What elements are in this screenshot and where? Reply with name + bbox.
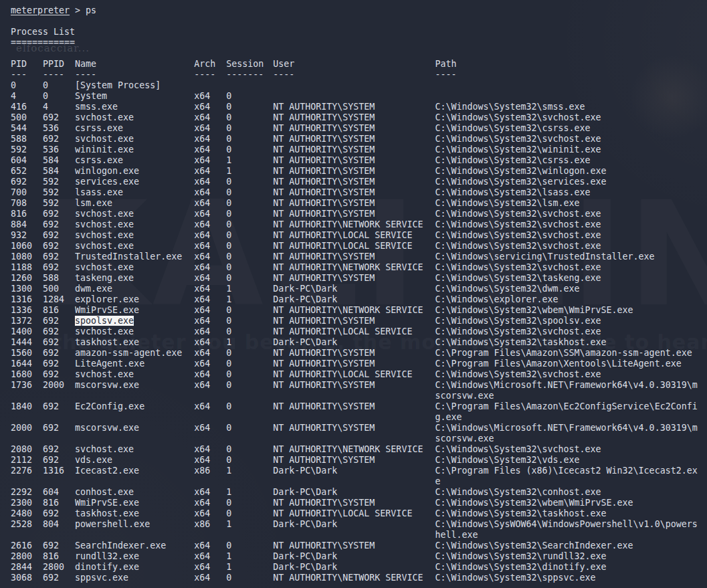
process-row-arch: x64 bbox=[194, 198, 226, 209]
process-row-ppid: 692 bbox=[43, 209, 75, 219]
process-row-name: svchost.exe bbox=[75, 134, 194, 144]
process-row-ppid: 692 bbox=[43, 541, 75, 551]
process-row-name: SearchIndexer.exe bbox=[75, 541, 194, 551]
process-row-pid: 1336 bbox=[11, 305, 43, 316]
process-row-session: 1 bbox=[226, 166, 273, 177]
process-row-name: svchost.exe bbox=[75, 112, 194, 123]
process-row-user: NT AUTHORITY\SYSTEM bbox=[273, 252, 435, 262]
process-row-user: Dark-PC\Dark bbox=[273, 519, 435, 530]
process-row-path: C:\Windows\System32\sppsvc.exe bbox=[435, 573, 700, 583]
process-row-name: svchost.exe bbox=[75, 326, 194, 337]
table-header-row-path: Path bbox=[435, 59, 700, 70]
process-row-ppid: 692 bbox=[43, 359, 75, 369]
process-row-user: NT AUTHORITY\NETWORK SERVICE bbox=[273, 219, 435, 230]
process-row-name: svchost.exe bbox=[75, 230, 194, 241]
process-row-name: winlogon.exe bbox=[75, 166, 194, 177]
process-row-session: 0 bbox=[226, 444, 273, 455]
process-row-pid: 1680 bbox=[11, 369, 43, 380]
process-row-name: svchost.exe bbox=[75, 241, 194, 252]
process-row-ppid: 4 bbox=[43, 102, 75, 112]
process-row-user: NT AUTHORITY\NETWORK SERVICE bbox=[273, 262, 435, 273]
process-row-pid: 1300 bbox=[11, 284, 43, 294]
process-row-ppid: 692 bbox=[43, 444, 75, 455]
process-row: 544536csrss.exex640NT AUTHORITY\SYSTEMC:… bbox=[11, 123, 707, 134]
process-row-name: svchost.exe bbox=[75, 262, 194, 273]
process-row-session: 1 bbox=[226, 337, 273, 348]
process-row-name: taskeng.exe bbox=[75, 273, 194, 284]
process-row-pid: 3068 bbox=[11, 573, 43, 583]
meterpreter-terminal[interactable]: meterpreter > ps Process List ==========… bbox=[0, 0, 707, 588]
process-row-session: 1 bbox=[226, 284, 273, 294]
process-row: 816692svchost.exex640NT AUTHORITY\SYSTEM… bbox=[11, 209, 707, 219]
process-row-ppid: 692 bbox=[43, 423, 75, 433]
process-row-name: Ec2Config.exe bbox=[75, 401, 194, 412]
process-row-path: C:\Windows\System32\services.exe bbox=[435, 177, 700, 187]
process-row-session: 0 bbox=[226, 91, 273, 102]
process-row-user: NT AUTHORITY\SYSTEM bbox=[273, 166, 435, 177]
process-row: 604584csrss.exex641NT AUTHORITY\SYSTEMC:… bbox=[11, 155, 707, 166]
process-row-ppid: 692 bbox=[43, 316, 75, 326]
process-row-session: 0 bbox=[226, 241, 273, 252]
process-row: 700592lsass.exex640NT AUTHORITY\SYSTEMC:… bbox=[11, 187, 707, 198]
process-row: 1080692TrustedInstaller.exex640NT AUTHOR… bbox=[11, 252, 707, 262]
process-row-pid: 0 bbox=[11, 80, 43, 91]
process-row-ppid: 0 bbox=[43, 80, 75, 91]
process-row-session: 0 bbox=[226, 401, 273, 412]
process-row-arch: x64 bbox=[194, 209, 226, 219]
process-row-name: WmiPrvSE.exe bbox=[75, 498, 194, 508]
process-row-ppid: 536 bbox=[43, 144, 75, 155]
process-row-session: 0 bbox=[226, 134, 273, 144]
process-row-session: 1 bbox=[226, 466, 273, 476]
process-row-arch: x64 bbox=[194, 305, 226, 316]
process-row-arch: x64 bbox=[194, 348, 226, 359]
process-row-pid: 1400 bbox=[11, 326, 43, 337]
process-row-pid: 1444 bbox=[11, 337, 43, 348]
process-row-session: 0 bbox=[226, 273, 273, 284]
process-row-user: NT AUTHORITY\SYSTEM bbox=[273, 155, 435, 166]
process-row-user: NT AUTHORITY\SYSTEM bbox=[273, 401, 435, 412]
process-row-ppid: 692 bbox=[43, 369, 75, 380]
process-row-name: vds.exe bbox=[75, 455, 194, 466]
process-row-pid: 592 bbox=[11, 144, 43, 155]
process-row-user: NT AUTHORITY\SYSTEM bbox=[273, 187, 435, 198]
process-row-user: NT AUTHORITY\SYSTEM bbox=[273, 316, 435, 326]
process-row-ppid: 804 bbox=[43, 519, 75, 530]
process-row-session: 0 bbox=[226, 508, 273, 519]
process-row-pid: 4 bbox=[11, 91, 43, 102]
process-row-pid: 1736 bbox=[11, 380, 43, 391]
process-row-path: C:\Windows\System32\wbem\WmiPrvSE.exe bbox=[435, 498, 700, 508]
process-row-arch: x64 bbox=[194, 102, 226, 112]
process-row-ppid: 592 bbox=[43, 198, 75, 209]
process-row-arch: x64 bbox=[194, 498, 226, 508]
process-row-ppid: 592 bbox=[43, 177, 75, 187]
process-row-arch: x64 bbox=[194, 401, 226, 412]
process-row: 1840692Ec2Config.exex640NT AUTHORITY\SYS… bbox=[11, 401, 707, 423]
process-row-path: C:\Windows\System32\svchost.exe bbox=[435, 262, 700, 273]
process-row-session: 0 bbox=[226, 102, 273, 112]
process-row-user: NT AUTHORITY\SYSTEM bbox=[273, 177, 435, 187]
process-row-user: NT AUTHORITY\SYSTEM bbox=[273, 123, 435, 134]
process-row-arch: x64 bbox=[194, 155, 226, 166]
process-row-name: rundll32.exe bbox=[75, 551, 194, 562]
table-header-underline-row: ------------------------------ bbox=[11, 70, 707, 80]
process-row-ppid: 584 bbox=[43, 166, 75, 177]
process-row-session: 0 bbox=[226, 380, 273, 391]
process-row-path: C:\Windows\System32\smss.exe bbox=[435, 102, 700, 112]
process-row-name: services.exe bbox=[75, 177, 194, 187]
process-row-pid: 2800 bbox=[11, 551, 43, 562]
process-row-session: 0 bbox=[226, 369, 273, 380]
section-title-underline: ============ bbox=[11, 37, 707, 48]
process-row: 592536wininit.exex640NT AUTHORITY\SYSTEM… bbox=[11, 144, 707, 155]
process-row-arch: x64 bbox=[194, 573, 226, 583]
process-row-name: mscorsvw.exe bbox=[75, 423, 194, 433]
process-row-arch: x64 bbox=[194, 144, 226, 155]
process-row-path: C:\Windows\servicing\TrustedInstaller.ex… bbox=[435, 252, 700, 262]
process-row-pid: 700 bbox=[11, 187, 43, 198]
process-row-arch: x86 bbox=[194, 519, 226, 530]
process-row-path: C:\Windows\System32\svchost.exe bbox=[435, 444, 700, 455]
process-row-arch: x64 bbox=[194, 91, 226, 102]
process-row: 2300816WmiPrvSE.exex640NT AUTHORITY\SYST… bbox=[11, 498, 707, 508]
process-row-ppid: 592 bbox=[43, 187, 75, 198]
process-row-pid: 2528 bbox=[11, 519, 43, 530]
process-row-arch: x64 bbox=[194, 508, 226, 519]
